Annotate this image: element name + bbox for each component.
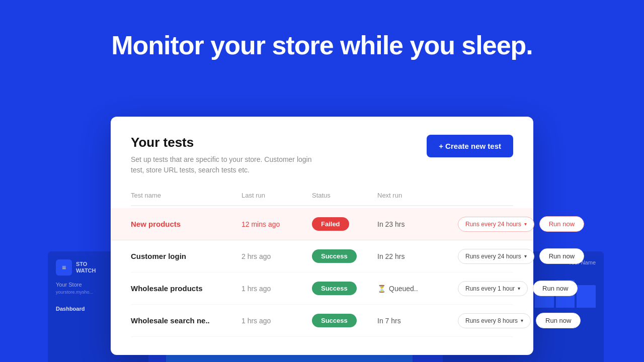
modal-header: Your tests Set up tests that are specifi…	[131, 135, 513, 175]
col-actions	[458, 192, 513, 199]
status-badge-success-1: Success	[312, 249, 357, 263]
modal-subtitle: Set up tests that are specific to your s…	[131, 154, 322, 175]
table-row: Wholesale products 1 hrs ago Success ⏳ Q…	[131, 273, 513, 305]
table-row: Customer login 2 hrs ago Success In 22 h…	[131, 240, 513, 273]
chevron-down-icon: ▾	[521, 318, 523, 323]
next-run-customer-login: In 22 hrs	[377, 252, 458, 260]
status-badge-success-3: Success	[312, 314, 357, 327]
chevron-down-icon: ▾	[524, 253, 527, 259]
logo-icon: ≡	[56, 259, 72, 276]
modal-header-text: Your tests Set up tests that are specifi…	[131, 135, 322, 175]
schedule-btn-wholesale-search[interactable]: Runs every 8 hours ▾	[458, 313, 531, 328]
hourglass-icon: ⏳	[377, 285, 386, 293]
modal-title: Your tests	[131, 135, 322, 150]
table-row: New products 12 mins ago Failed In 23 hr…	[111, 208, 533, 240]
last-run-wholesale-products: 1 hrs ago	[242, 285, 312, 293]
create-new-test-button[interactable]: + Create new test	[427, 135, 513, 157]
status-wholesale-products: Success	[312, 282, 377, 295]
status-badge-failed: Failed	[312, 217, 349, 231]
test-name-wholesale-search: Wholesale search ne..	[131, 316, 242, 325]
status-new-products: Failed	[312, 217, 377, 231]
hero-title: Monitor your store while you sleep.	[111, 30, 533, 60]
run-now-btn-wholesale-search[interactable]: Run now	[536, 313, 581, 328]
col-next-run: Next run	[377, 192, 458, 199]
run-now-btn-new-products[interactable]: Run now	[539, 216, 584, 232]
row-actions-customer-login: Runs every 24 hours ▾ Run now	[458, 248, 584, 264]
last-run-wholesale-search: 1 hrs ago	[242, 317, 312, 325]
schedule-label-customer-login: Runs every 24 hours	[465, 253, 521, 260]
status-customer-login: Success	[312, 249, 377, 263]
table-row: Wholesale search ne.. 1 hrs ago Success …	[131, 305, 513, 337]
row-actions-wholesale-products: Runs every 1 hour ▾ Run now	[458, 281, 578, 296]
row-actions-wholesale-search: Runs every 8 hours ▾ Run now	[458, 313, 581, 328]
schedule-btn-new-products[interactable]: Runs every 24 hours ▾	[458, 217, 534, 232]
col-status: Status	[312, 192, 377, 199]
run-now-btn-wholesale-products[interactable]: Run now	[533, 281, 578, 296]
next-run-new-products: In 23 hrs	[377, 220, 458, 228]
tests-modal: Your tests Set up tests that are specifi…	[111, 117, 533, 355]
bg-bar-7	[577, 285, 596, 308]
status-wholesale-search: Success	[312, 314, 377, 327]
logo-text: STOWATCH	[76, 261, 96, 274]
schedule-btn-wholesale-products[interactable]: Runs every 1 hour ▾	[458, 281, 528, 296]
test-name-customer-login: Customer login	[131, 252, 242, 260]
row-actions-new-products: Runs every 24 hours ▾ Run now	[458, 216, 584, 232]
next-run-wholesale-search: In 7 hrs	[377, 317, 458, 325]
col-last-run: Last run	[242, 192, 312, 199]
queued-text: Queued..	[389, 285, 418, 293]
last-run-new-products: 12 mins ago	[242, 220, 312, 228]
table-header: Test name Last run Status Next run	[131, 192, 513, 206]
chevron-down-icon: ▾	[524, 221, 527, 227]
last-run-customer-login: 2 hrs ago	[242, 252, 312, 260]
schedule-label-wholesale-products: Runs every 1 hour	[465, 285, 515, 292]
schedule-label-wholesale-search: Runs every 8 hours	[465, 317, 518, 324]
test-name-new-products: New products	[131, 220, 242, 228]
schedule-btn-customer-login[interactable]: Runs every 24 hours ▾	[458, 249, 534, 264]
run-now-btn-customer-login[interactable]: Run now	[539, 248, 584, 264]
test-name-wholesale-products: Wholesale products	[131, 284, 242, 293]
col-test-name: Test name	[131, 192, 242, 199]
schedule-label-new-products: Runs every 24 hours	[465, 221, 521, 228]
next-run-wholesale-products: ⏳ Queued..	[377, 285, 458, 293]
status-badge-success-2: Success	[312, 282, 357, 295]
chevron-down-icon: ▾	[518, 286, 520, 291]
